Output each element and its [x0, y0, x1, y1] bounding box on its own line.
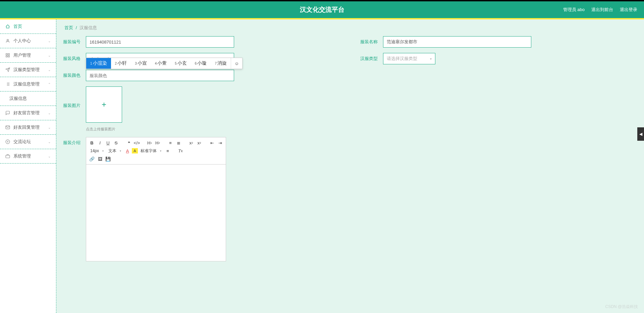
menu-label: 好友留言管理	[13, 110, 40, 116]
breadcrumb: 首页 / 汉服信息	[64, 25, 637, 31]
breadcrumb-current: 汉服信息	[79, 25, 97, 30]
chevron-down-icon: ⌄	[48, 154, 51, 158]
style-label: 服装风格	[63, 53, 82, 62]
grid-icon	[5, 53, 10, 58]
breadcrumb-home[interactable]: 首页	[64, 25, 73, 30]
ime-candidate[interactable]: 1小渲染	[86, 58, 111, 69]
ul-button[interactable]: ≣	[175, 139, 182, 146]
menu-label: 个人中心	[13, 38, 31, 44]
clear-format-button[interactable]: Tx	[177, 147, 184, 154]
sidebar-item-friend-msg[interactable]: 好友留言管理 ⌄	[0, 106, 56, 120]
chat-icon	[5, 111, 10, 115]
ime-candidate[interactable]: 7消旋	[211, 58, 231, 69]
menu-label: 汉服信息管理	[13, 81, 40, 87]
editor-body[interactable]	[86, 164, 226, 261]
type-select[interactable]: 请选择汉服类型 ▾	[383, 53, 435, 64]
italic-button[interactable]: I	[96, 139, 104, 146]
user-icon	[5, 39, 10, 43]
strike-button[interactable]: S	[112, 139, 120, 146]
chevron-down-icon: ⌄	[48, 111, 51, 115]
side-float-tab[interactable]: ◀	[637, 127, 644, 141]
indent-button[interactable]: ⇤	[208, 139, 216, 146]
mail-icon	[5, 125, 10, 130]
color-label: 服装颜色	[63, 70, 82, 78]
ime-candidate[interactable]: 2小轩	[111, 58, 131, 69]
name-label: 服装名称	[360, 36, 379, 45]
header: 汉文化交流平台 管理员 abo 退出到前台 退出登录	[0, 1, 644, 18]
type-placeholder: 请选择汉服类型	[387, 56, 417, 62]
watermark: CSDN @浩焱科技	[605, 304, 638, 310]
intro-label: 服装介绍	[63, 137, 82, 146]
ime-candidate[interactable]: 4小萱	[151, 58, 171, 69]
link-button[interactable]: 🔗	[88, 155, 96, 163]
h1-button[interactable]: H1	[146, 139, 153, 146]
id-label: 服装编号	[63, 36, 82, 45]
text-color-button[interactable]: A	[124, 147, 131, 154]
chevron-down-icon: ⌄	[48, 54, 51, 57]
ol-button[interactable]: ≡	[167, 139, 174, 146]
sidebar-sub-hanfu-info[interactable]: 汉服信息	[0, 91, 56, 106]
id-input[interactable]	[86, 36, 234, 48]
sidebar-item-hanfu-info[interactable]: 汉服信息管理 ⌃	[0, 77, 56, 91]
menu-label: 交流论坛	[13, 139, 31, 145]
svg-rect-2	[8, 54, 9, 55]
sidebar-item-system[interactable]: 系统管理 ⌄	[0, 149, 56, 164]
chevron-down-icon: ⌄	[48, 140, 51, 144]
chevron-up-icon: ⌃	[48, 82, 51, 86]
chevron-down-icon: ⌄	[48, 68, 51, 72]
image-upload-box[interactable]: +	[86, 86, 122, 123]
align-button[interactable]: ≡	[164, 147, 171, 154]
upload-hint: 点击上传服装图片	[86, 127, 122, 132]
briefcase-icon	[5, 154, 10, 159]
header-right: 管理员 abo 退出到前台 退出登录	[563, 7, 637, 13]
fontsize-select[interactable]: 14px▾	[88, 147, 106, 154]
texttype-select[interactable]: 文本▾	[106, 147, 123, 154]
breadcrumb-sep: /	[76, 25, 77, 30]
save-button[interactable]: 💾	[104, 155, 112, 163]
list-icon	[5, 82, 10, 86]
type-label: 汉服类型	[360, 53, 379, 62]
underline-button[interactable]: U	[104, 139, 112, 146]
svg-rect-3	[6, 56, 7, 57]
back-to-front[interactable]: 退出到前台	[591, 7, 613, 13]
plus-icon: +	[102, 100, 106, 109]
comment-icon	[5, 139, 10, 144]
bold-button[interactable]: B	[88, 139, 96, 146]
ime-candidate[interactable]: 3小宣	[131, 58, 151, 69]
subscript-button[interactable]: x2	[187, 139, 195, 146]
bg-color-button[interactable]: A	[132, 148, 138, 153]
outdent-button[interactable]: ⇥	[216, 139, 224, 146]
chevron-down-icon: ▾	[430, 57, 432, 61]
h2-button[interactable]: H2	[154, 139, 161, 146]
svg-rect-13	[6, 155, 10, 158]
name-input[interactable]	[383, 36, 531, 48]
send-icon	[5, 67, 10, 72]
sidebar-item-hanfu-type[interactable]: 汉服类型管理 ⌄	[0, 63, 56, 77]
menu-label: 系统管理	[13, 153, 31, 159]
logout-link[interactable]: 退出登录	[620, 7, 637, 13]
superscript-button[interactable]: x2	[196, 139, 203, 146]
sidebar-item-users[interactable]: 用户管理 ⌄	[0, 48, 56, 63]
home-icon	[5, 24, 10, 29]
main-content: 首页 / 汉服信息 服装编号 服装名称 服装风格	[56, 19, 644, 313]
svg-rect-4	[8, 56, 9, 57]
sidebar-item-friend-reply[interactable]: 好友回复管理 ⌄	[0, 120, 56, 135]
chevron-down-icon: ⌄	[48, 126, 51, 129]
ime-candidate[interactable]: 6小璇	[191, 58, 211, 69]
code-button[interactable]: </>	[133, 139, 141, 146]
ime-emoji-button[interactable]: ☺	[231, 58, 242, 69]
ime-candidate[interactable]: 5小玄	[171, 58, 191, 69]
image-button[interactable]: 🖼	[96, 155, 104, 163]
sidebar-item-home[interactable]: 首页	[0, 19, 56, 34]
admin-label[interactable]: 管理员 abo	[563, 7, 585, 13]
color-input[interactable]	[86, 70, 234, 81]
sidebar-item-profile[interactable]: 个人中心 ⌄	[0, 34, 56, 48]
image-label: 服装图片	[63, 86, 82, 109]
menu-label: 汉服类型管理	[13, 67, 40, 73]
sidebar-item-forum[interactable]: 交流论坛 ⌄	[0, 135, 56, 149]
menu-label: 好友回复管理	[13, 124, 40, 130]
svg-rect-1	[6, 54, 7, 55]
editor-toolbar: B I U S ❝ </> H1 H2 ≡ ≣ x2	[86, 137, 226, 164]
fontfamily-select[interactable]: 标准字体▾	[139, 147, 163, 154]
quote-button[interactable]: ❝	[125, 139, 132, 146]
